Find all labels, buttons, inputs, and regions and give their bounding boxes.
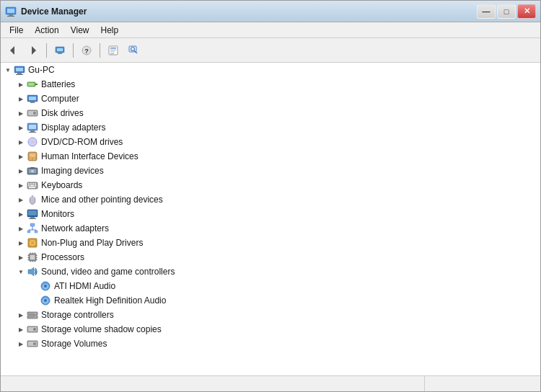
svg-rect-82 bbox=[32, 253, 33, 254]
close-button[interactable]: ✕ bbox=[517, 4, 536, 19]
expand-volumes[interactable] bbox=[15, 338, 27, 349]
expand-sound[interactable] bbox=[15, 266, 27, 277]
expand-ati bbox=[28, 280, 40, 292]
status-bar bbox=[1, 375, 540, 391]
expand-root[interactable] bbox=[2, 64, 14, 76]
minimize-button[interactable]: — bbox=[477, 4, 496, 19]
keyboards-icon bbox=[27, 179, 38, 191]
tree-item-sound[interactable]: Sound, video and game controllers bbox=[1, 264, 540, 279]
processors-icon bbox=[27, 251, 38, 263]
expand-network[interactable] bbox=[15, 223, 27, 234]
title-bar: Device Manager — □ ✕ bbox=[1, 1, 540, 22]
svg-rect-35 bbox=[30, 130, 35, 132]
svg-marker-93 bbox=[28, 267, 34, 276]
expand-storage-ctrl[interactable] bbox=[15, 309, 27, 321]
tree-item-volumes[interactable]: Storage Volumes bbox=[1, 337, 540, 351]
maximize-button[interactable]: □ bbox=[497, 4, 516, 19]
svg-rect-54 bbox=[30, 185, 34, 187]
tree-item-processors[interactable]: Processors bbox=[1, 250, 540, 264]
tree-item-ati[interactable]: ATI HDMI Audio bbox=[1, 279, 540, 293]
expand-keyboards[interactable] bbox=[15, 179, 27, 191]
tree-item-storage-ctrl[interactable]: Storage controllers bbox=[1, 308, 540, 322]
tree-item-display[interactable]: Display adapters bbox=[1, 120, 540, 135]
tree-scroll[interactable]: Gu-PC Batteries bbox=[1, 63, 540, 375]
menu-help[interactable]: Help bbox=[95, 24, 125, 37]
scan-button[interactable] bbox=[124, 41, 143, 60]
svg-rect-7 bbox=[57, 48, 63, 51]
tree-item-keyboards[interactable]: Keyboards bbox=[1, 178, 540, 192]
processors-label: Processors bbox=[41, 252, 84, 262]
svg-rect-52 bbox=[35, 184, 36, 185]
status-panel-right bbox=[425, 376, 540, 391]
menu-view[interactable]: View bbox=[65, 24, 95, 37]
svg-point-108 bbox=[34, 343, 35, 344]
computer-label: Computer bbox=[41, 94, 79, 104]
forward-button[interactable] bbox=[24, 41, 43, 60]
sound-label: Sound, video and game controllers bbox=[41, 267, 175, 277]
nonplug-label: Non-Plug and Play Drivers bbox=[41, 238, 143, 248]
expand-dvd[interactable] bbox=[15, 136, 27, 148]
device-manager-window: Device Manager — □ ✕ File Action View He… bbox=[0, 0, 541, 392]
svg-rect-8 bbox=[58, 53, 62, 54]
tree-item-root[interactable]: Gu-PC bbox=[1, 63, 540, 77]
main-content: Gu-PC Batteries bbox=[1, 63, 540, 375]
storage-ctrl-icon bbox=[27, 309, 38, 321]
expand-display[interactable] bbox=[15, 122, 27, 133]
window-controls: — □ ✕ bbox=[477, 4, 536, 19]
back-button[interactable] bbox=[4, 41, 22, 60]
svg-rect-28 bbox=[30, 102, 35, 103]
svg-rect-36 bbox=[29, 132, 36, 133]
tree-item-dvd[interactable]: DVD/CD-ROM drives bbox=[1, 135, 540, 149]
tree-item-shadow[interactable]: Storage volume shadow copies bbox=[1, 322, 540, 337]
svg-rect-42 bbox=[30, 158, 32, 160]
svg-rect-65 bbox=[30, 223, 35, 226]
expand-monitors[interactable] bbox=[15, 208, 27, 220]
tree-item-nonplug[interactable]: Non-Plug and Play Drivers bbox=[1, 236, 540, 250]
expand-shadow[interactable] bbox=[15, 324, 27, 335]
expand-processors[interactable] bbox=[15, 251, 27, 263]
expand-computer[interactable] bbox=[15, 93, 27, 104]
tree-area: Gu-PC Batteries bbox=[1, 63, 540, 375]
svg-rect-86 bbox=[35, 261, 35, 262]
tree-item-monitors[interactable]: Monitors bbox=[1, 207, 540, 221]
svg-rect-47 bbox=[30, 167, 35, 169]
help-button[interactable]: ? bbox=[77, 41, 96, 60]
toolbar: ? bbox=[1, 38, 540, 63]
svg-rect-3 bbox=[7, 16, 14, 17]
up-button[interactable] bbox=[50, 41, 69, 60]
display-label: Display adapters bbox=[41, 122, 105, 133]
tree-item-computer[interactable]: Computer bbox=[1, 92, 540, 106]
expand-mice[interactable] bbox=[15, 194, 27, 205]
tree-item-imaging[interactable]: Imaging devices bbox=[1, 164, 540, 178]
tree-item-network[interactable]: Network adapters bbox=[1, 221, 540, 236]
menu-file[interactable]: File bbox=[4, 24, 29, 37]
network-label: Network adapters bbox=[41, 223, 109, 233]
svg-rect-21 bbox=[17, 73, 22, 74]
svg-point-74 bbox=[31, 241, 34, 244]
mice-label: Mice and other pointing devices bbox=[41, 195, 163, 205]
tree-item-batteries[interactable]: Batteries bbox=[1, 77, 540, 92]
svg-rect-88 bbox=[28, 257, 30, 258]
expand-imaging[interactable] bbox=[15, 165, 27, 177]
svg-rect-13 bbox=[110, 50, 116, 50]
tree-item-realtek[interactable]: Realtek High Definition Audio bbox=[1, 293, 540, 308]
shadow-label: Storage volume shadow copies bbox=[41, 324, 162, 334]
svg-rect-22 bbox=[16, 74, 23, 75]
expand-nonplug[interactable] bbox=[15, 237, 27, 249]
tree-item-disk[interactable]: Disk drives bbox=[1, 106, 540, 120]
expand-hid[interactable] bbox=[15, 151, 27, 162]
realtek-icon bbox=[40, 295, 51, 306]
expand-disk[interactable] bbox=[15, 107, 27, 119]
disk-icon bbox=[27, 107, 38, 119]
svg-point-101 bbox=[35, 316, 36, 318]
window-title: Device Manager bbox=[21, 6, 477, 17]
svg-rect-66 bbox=[27, 231, 30, 233]
svg-point-32 bbox=[34, 112, 35, 114]
expand-batteries[interactable] bbox=[15, 79, 27, 90]
menu-action[interactable]: Action bbox=[29, 24, 64, 37]
tree-item-hid[interactable]: Human Interface Devices bbox=[1, 149, 540, 164]
tree-item-mice[interactable]: Mice and other pointing devices bbox=[1, 192, 540, 207]
properties-button[interactable] bbox=[104, 41, 123, 60]
svg-rect-75 bbox=[32, 240, 33, 241]
storage-ctrl-label: Storage controllers bbox=[41, 310, 114, 320]
